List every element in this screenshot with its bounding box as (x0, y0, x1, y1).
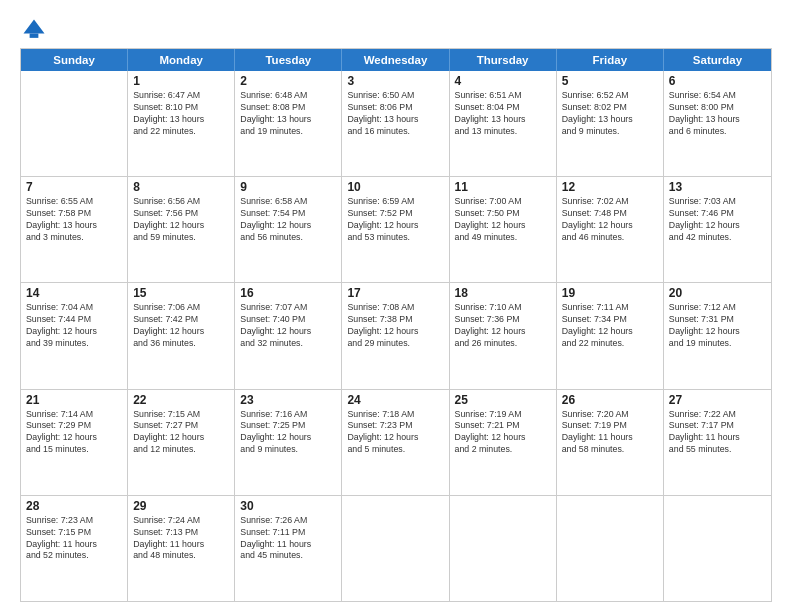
calendar-cell (557, 496, 664, 601)
header (20, 16, 772, 44)
calendar-week-1: 1Sunrise: 6:47 AM Sunset: 8:10 PM Daylig… (21, 71, 771, 176)
day-number: 1 (133, 74, 229, 88)
day-info: Sunrise: 6:56 AM Sunset: 7:56 PM Dayligh… (133, 196, 229, 244)
calendar-header-wednesday: Wednesday (342, 49, 449, 71)
calendar-header-thursday: Thursday (450, 49, 557, 71)
calendar-week-5: 28Sunrise: 7:23 AM Sunset: 7:15 PM Dayli… (21, 495, 771, 601)
day-info: Sunrise: 7:14 AM Sunset: 7:29 PM Dayligh… (26, 409, 122, 457)
day-info: Sunrise: 6:58 AM Sunset: 7:54 PM Dayligh… (240, 196, 336, 244)
calendar-header-row: SundayMondayTuesdayWednesdayThursdayFrid… (21, 49, 771, 71)
day-info: Sunrise: 7:08 AM Sunset: 7:38 PM Dayligh… (347, 302, 443, 350)
day-number: 12 (562, 180, 658, 194)
calendar-cell: 19Sunrise: 7:11 AM Sunset: 7:34 PM Dayli… (557, 283, 664, 388)
calendar-cell: 25Sunrise: 7:19 AM Sunset: 7:21 PM Dayli… (450, 390, 557, 495)
calendar-cell: 14Sunrise: 7:04 AM Sunset: 7:44 PM Dayli… (21, 283, 128, 388)
logo-icon (20, 16, 48, 44)
calendar-week-3: 14Sunrise: 7:04 AM Sunset: 7:44 PM Dayli… (21, 282, 771, 388)
calendar-cell: 12Sunrise: 7:02 AM Sunset: 7:48 PM Dayli… (557, 177, 664, 282)
calendar-header-monday: Monday (128, 49, 235, 71)
day-number: 4 (455, 74, 551, 88)
day-number: 30 (240, 499, 336, 513)
day-number: 19 (562, 286, 658, 300)
calendar-cell: 17Sunrise: 7:08 AM Sunset: 7:38 PM Dayli… (342, 283, 449, 388)
calendar-cell: 15Sunrise: 7:06 AM Sunset: 7:42 PM Dayli… (128, 283, 235, 388)
day-info: Sunrise: 7:03 AM Sunset: 7:46 PM Dayligh… (669, 196, 766, 244)
day-info: Sunrise: 6:54 AM Sunset: 8:00 PM Dayligh… (669, 90, 766, 138)
day-number: 10 (347, 180, 443, 194)
calendar-cell: 8Sunrise: 6:56 AM Sunset: 7:56 PM Daylig… (128, 177, 235, 282)
calendar-cell: 7Sunrise: 6:55 AM Sunset: 7:58 PM Daylig… (21, 177, 128, 282)
day-number: 11 (455, 180, 551, 194)
calendar-cell: 4Sunrise: 6:51 AM Sunset: 8:04 PM Daylig… (450, 71, 557, 176)
day-number: 17 (347, 286, 443, 300)
day-info: Sunrise: 7:12 AM Sunset: 7:31 PM Dayligh… (669, 302, 766, 350)
day-number: 9 (240, 180, 336, 194)
day-number: 8 (133, 180, 229, 194)
calendar-cell: 24Sunrise: 7:18 AM Sunset: 7:23 PM Dayli… (342, 390, 449, 495)
calendar-cell: 30Sunrise: 7:26 AM Sunset: 7:11 PM Dayli… (235, 496, 342, 601)
day-info: Sunrise: 7:18 AM Sunset: 7:23 PM Dayligh… (347, 409, 443, 457)
calendar-cell: 6Sunrise: 6:54 AM Sunset: 8:00 PM Daylig… (664, 71, 771, 176)
calendar-cell: 1Sunrise: 6:47 AM Sunset: 8:10 PM Daylig… (128, 71, 235, 176)
day-number: 18 (455, 286, 551, 300)
calendar: SundayMondayTuesdayWednesdayThursdayFrid… (20, 48, 772, 602)
day-number: 21 (26, 393, 122, 407)
calendar-cell: 3Sunrise: 6:50 AM Sunset: 8:06 PM Daylig… (342, 71, 449, 176)
day-number: 24 (347, 393, 443, 407)
day-info: Sunrise: 6:51 AM Sunset: 8:04 PM Dayligh… (455, 90, 551, 138)
calendar-header-tuesday: Tuesday (235, 49, 342, 71)
calendar-cell: 2Sunrise: 6:48 AM Sunset: 8:08 PM Daylig… (235, 71, 342, 176)
calendar-cell (664, 496, 771, 601)
day-info: Sunrise: 7:19 AM Sunset: 7:21 PM Dayligh… (455, 409, 551, 457)
calendar-cell: 13Sunrise: 7:03 AM Sunset: 7:46 PM Dayli… (664, 177, 771, 282)
day-number: 13 (669, 180, 766, 194)
day-number: 3 (347, 74, 443, 88)
logo (20, 16, 52, 44)
calendar-week-4: 21Sunrise: 7:14 AM Sunset: 7:29 PM Dayli… (21, 389, 771, 495)
page: SundayMondayTuesdayWednesdayThursdayFrid… (0, 0, 792, 612)
calendar-week-2: 7Sunrise: 6:55 AM Sunset: 7:58 PM Daylig… (21, 176, 771, 282)
calendar-cell: 9Sunrise: 6:58 AM Sunset: 7:54 PM Daylig… (235, 177, 342, 282)
calendar-cell (21, 71, 128, 176)
day-number: 14 (26, 286, 122, 300)
calendar-cell: 29Sunrise: 7:24 AM Sunset: 7:13 PM Dayli… (128, 496, 235, 601)
day-info: Sunrise: 7:15 AM Sunset: 7:27 PM Dayligh… (133, 409, 229, 457)
day-info: Sunrise: 7:02 AM Sunset: 7:48 PM Dayligh… (562, 196, 658, 244)
day-info: Sunrise: 7:24 AM Sunset: 7:13 PM Dayligh… (133, 515, 229, 563)
svg-marker-0 (24, 20, 45, 34)
day-number: 2 (240, 74, 336, 88)
day-info: Sunrise: 7:07 AM Sunset: 7:40 PM Dayligh… (240, 302, 336, 350)
calendar-header-saturday: Saturday (664, 49, 771, 71)
day-info: Sunrise: 7:04 AM Sunset: 7:44 PM Dayligh… (26, 302, 122, 350)
calendar-cell: 16Sunrise: 7:07 AM Sunset: 7:40 PM Dayli… (235, 283, 342, 388)
day-number: 28 (26, 499, 122, 513)
day-number: 20 (669, 286, 766, 300)
calendar-cell: 22Sunrise: 7:15 AM Sunset: 7:27 PM Dayli… (128, 390, 235, 495)
calendar-cell: 26Sunrise: 7:20 AM Sunset: 7:19 PM Dayli… (557, 390, 664, 495)
day-info: Sunrise: 6:55 AM Sunset: 7:58 PM Dayligh… (26, 196, 122, 244)
calendar-cell: 28Sunrise: 7:23 AM Sunset: 7:15 PM Dayli… (21, 496, 128, 601)
calendar-cell: 21Sunrise: 7:14 AM Sunset: 7:29 PM Dayli… (21, 390, 128, 495)
calendar-cell: 20Sunrise: 7:12 AM Sunset: 7:31 PM Dayli… (664, 283, 771, 388)
calendar-cell: 5Sunrise: 6:52 AM Sunset: 8:02 PM Daylig… (557, 71, 664, 176)
day-info: Sunrise: 7:20 AM Sunset: 7:19 PM Dayligh… (562, 409, 658, 457)
day-number: 29 (133, 499, 229, 513)
day-info: Sunrise: 7:06 AM Sunset: 7:42 PM Dayligh… (133, 302, 229, 350)
calendar-cell (342, 496, 449, 601)
calendar-cell: 11Sunrise: 7:00 AM Sunset: 7:50 PM Dayli… (450, 177, 557, 282)
day-number: 27 (669, 393, 766, 407)
day-number: 15 (133, 286, 229, 300)
day-info: Sunrise: 7:22 AM Sunset: 7:17 PM Dayligh… (669, 409, 766, 457)
day-info: Sunrise: 7:23 AM Sunset: 7:15 PM Dayligh… (26, 515, 122, 563)
calendar-cell: 27Sunrise: 7:22 AM Sunset: 7:17 PM Dayli… (664, 390, 771, 495)
calendar-cell (450, 496, 557, 601)
calendar-cell: 10Sunrise: 6:59 AM Sunset: 7:52 PM Dayli… (342, 177, 449, 282)
day-number: 5 (562, 74, 658, 88)
day-number: 23 (240, 393, 336, 407)
day-info: Sunrise: 7:11 AM Sunset: 7:34 PM Dayligh… (562, 302, 658, 350)
day-info: Sunrise: 6:52 AM Sunset: 8:02 PM Dayligh… (562, 90, 658, 138)
day-number: 25 (455, 393, 551, 407)
day-number: 7 (26, 180, 122, 194)
day-number: 26 (562, 393, 658, 407)
day-number: 22 (133, 393, 229, 407)
